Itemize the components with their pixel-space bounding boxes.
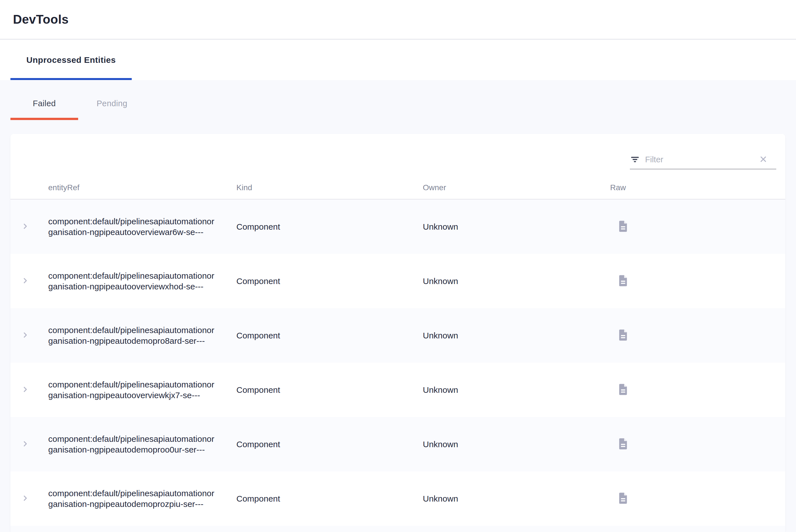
- table-header-row: entityRef Kind Owner Raw: [11, 176, 785, 200]
- column-header-kind: Kind: [236, 176, 252, 199]
- tab-label: Unprocessed Entities: [26, 55, 116, 65]
- document-icon: [618, 438, 628, 451]
- entityref-cell: component:default/pipelinesapiautomation…: [48, 434, 216, 455]
- tab-failed[interactable]: Failed: [11, 80, 78, 120]
- owner-cell: Unknown: [423, 440, 458, 449]
- filter-input[interactable]: [645, 155, 753, 165]
- expand-row-button[interactable]: [18, 220, 32, 233]
- kind-cell: Component: [236, 222, 280, 232]
- table-row-partial: [11, 526, 785, 532]
- table-row: component:default/pipelinesapiautomation…: [11, 471, 785, 526]
- status-tab-bar: Failed Pending: [0, 80, 796, 121]
- document-icon: [618, 220, 628, 233]
- kind-cell: Component: [236, 331, 280, 340]
- table-body: component:default/pipelinesapiautomation…: [11, 200, 785, 526]
- tab-label: Failed: [33, 99, 56, 108]
- table-row: component:default/pipelinesapiautomation…: [11, 200, 785, 254]
- entityref-cell: component:default/pipelinesapiautomation…: [48, 379, 216, 401]
- owner-cell: Unknown: [423, 385, 458, 395]
- column-header-entityref: entityRef: [48, 176, 79, 199]
- expand-row-button[interactable]: [18, 329, 32, 342]
- owner-cell: Unknown: [423, 494, 458, 504]
- document-icon: [618, 329, 628, 342]
- entityref-cell: component:default/pipelinesapiautomation…: [48, 325, 216, 346]
- table-row: component:default/pipelinesapiautomation…: [11, 254, 785, 308]
- chevron-right-icon: [21, 331, 29, 340]
- view-raw-button[interactable]: [614, 327, 632, 345]
- chevron-right-icon: [21, 440, 29, 449]
- chevron-right-icon: [21, 222, 29, 231]
- kind-cell: Component: [236, 385, 280, 395]
- page-title: DevTools: [13, 13, 69, 26]
- expand-row-button[interactable]: [18, 274, 32, 288]
- document-icon: [618, 492, 628, 505]
- view-raw-button[interactable]: [614, 272, 632, 290]
- entityref-cell: component:default/pipelinesapiautomation…: [48, 488, 216, 510]
- view-raw-button[interactable]: [614, 381, 632, 399]
- active-tab-indicator: [11, 78, 132, 80]
- expand-row-button[interactable]: [18, 383, 32, 397]
- view-raw-button[interactable]: [614, 490, 632, 508]
- table-row: component:default/pipelinesapiautomation…: [11, 417, 785, 471]
- entityref-cell: component:default/pipelinesapiautomation…: [48, 216, 216, 238]
- document-icon: [618, 274, 628, 288]
- kind-cell: Component: [236, 494, 280, 504]
- chevron-right-icon: [21, 494, 29, 503]
- chevron-right-icon: [21, 277, 29, 286]
- column-header-owner: Owner: [423, 176, 446, 199]
- table-row: component:default/pipelinesapiautomation…: [11, 308, 785, 363]
- document-icon: [618, 383, 628, 397]
- expand-row-button[interactable]: [18, 492, 32, 506]
- tab-unprocessed-entities[interactable]: Unprocessed Entities: [11, 40, 132, 80]
- view-raw-button[interactable]: [614, 218, 632, 236]
- devtools-page: DevTools Unprocessed Entities Failed Pen…: [0, 0, 796, 532]
- column-header-raw: Raw: [610, 176, 626, 199]
- kind-cell: Component: [236, 440, 280, 449]
- filter-list-icon: [630, 155, 640, 164]
- clear-filter-button[interactable]: [758, 154, 769, 165]
- owner-cell: Unknown: [423, 331, 458, 340]
- content-card: entityRef Kind Owner Raw component:defau…: [11, 134, 785, 532]
- app-header: DevTools: [0, 0, 796, 39]
- tab-pending[interactable]: Pending: [78, 80, 146, 120]
- owner-cell: Unknown: [423, 222, 458, 232]
- view-raw-button[interactable]: [614, 435, 632, 453]
- filter-field: [630, 150, 776, 169]
- expand-row-button[interactable]: [18, 438, 32, 451]
- kind-cell: Component: [236, 277, 280, 286]
- tab-label: Pending: [96, 99, 127, 108]
- close-icon: [759, 155, 768, 165]
- chevron-right-icon: [21, 385, 29, 395]
- failed-tab-indicator: [11, 118, 78, 120]
- owner-cell: Unknown: [423, 277, 458, 286]
- entityref-cell: component:default/pipelinesapiautomation…: [48, 270, 216, 292]
- table-row: component:default/pipelinesapiautomation…: [11, 363, 785, 417]
- main-tab-bar: Unprocessed Entities: [0, 40, 796, 80]
